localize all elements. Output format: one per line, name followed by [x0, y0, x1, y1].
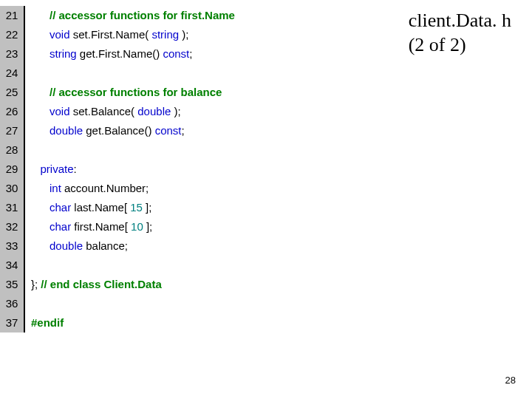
code-token: first.Name[	[71, 220, 131, 233]
code-token: string	[151, 28, 179, 41]
line-number: 26	[0, 102, 25, 121]
code-content: string get.First.Name() const;	[25, 44, 192, 64]
code-token: 15	[130, 201, 143, 214]
code-token: // accessor functions for first.Name	[50, 9, 235, 21]
title-line-1: client.Data. h	[409, 9, 511, 33]
code-token: double	[137, 105, 171, 117]
code-token: get.Balance()	[83, 124, 155, 137]
line-number: 34	[0, 256, 25, 275]
code-token: private	[41, 163, 74, 175]
line-number: 32	[0, 217, 25, 236]
code-content: double get.Balance() const;	[25, 121, 185, 140]
line-number: 27	[0, 121, 25, 140]
code-token: void	[50, 105, 70, 117]
code-token: 10	[131, 220, 143, 233]
code-token: };	[31, 278, 41, 290]
line-number: 30	[0, 179, 25, 198]
code-token: string	[50, 47, 77, 60]
code-token: set.First.Name(	[70, 28, 152, 41]
code-content: void set.First.Name( string );	[25, 25, 188, 44]
code-line: 25 // accessor functions for balance	[0, 83, 235, 102]
code-line: 31 char last.Name[ 15 ];	[0, 198, 235, 217]
line-number: 37	[0, 313, 25, 332]
code-token: account.Number;	[61, 182, 149, 194]
line-number: 24	[0, 64, 25, 83]
code-line: 22 void set.First.Name( string );	[0, 25, 235, 44]
code-line: 21 // accessor functions for first.Name	[0, 6, 235, 25]
code-line: 35}; // end class Client.Data	[0, 275, 235, 294]
slide: client.Data. h (2 of 2) 21 // accessor f…	[0, 0, 532, 399]
code-line: 27 double get.Balance() const;	[0, 121, 235, 140]
line-number: 21	[0, 6, 25, 25]
line-number: 28	[0, 140, 25, 160]
line-number: 23	[0, 44, 25, 64]
code-content: }; // end class Client.Data	[25, 275, 162, 294]
code-token: ;	[181, 124, 184, 137]
code-token: double	[50, 239, 83, 252]
code-token: char	[50, 201, 71, 214]
page-number: 28	[505, 375, 516, 386]
code-token: const	[163, 47, 189, 60]
code-token: get.First.Name()	[77, 47, 163, 60]
code-token: void	[50, 28, 70, 41]
code-token: ];	[143, 220, 153, 233]
code-content: int account.Number;	[25, 179, 149, 198]
code-token: ;	[189, 47, 192, 60]
code-line: 37#endif	[0, 313, 235, 332]
code-line: 24	[0, 64, 235, 83]
title-line-2: (2 of 2)	[409, 33, 511, 58]
code-token: );	[171, 105, 180, 117]
code-line: 34	[0, 256, 235, 275]
line-number: 25	[0, 83, 25, 102]
line-number: 31	[0, 198, 25, 217]
code-token: balance;	[83, 239, 128, 252]
code-content: char last.Name[ 15 ];	[25, 198, 151, 217]
code-content: double balance;	[25, 236, 128, 256]
code-listing: 21 // accessor functions for first.Name2…	[0, 6, 235, 332]
code-token: char	[50, 220, 71, 233]
code-token: double	[50, 124, 83, 137]
code-content: // accessor functions for balance	[25, 83, 222, 102]
code-line: 36	[0, 294, 235, 313]
code-token: last.Name[	[71, 201, 130, 214]
code-content: // accessor functions for first.Name	[25, 6, 235, 25]
line-number: 36	[0, 294, 25, 313]
code-token: );	[179, 28, 188, 41]
code-line: 29 private:	[0, 160, 235, 179]
line-number: 33	[0, 236, 25, 256]
line-number: 29	[0, 160, 25, 179]
code-token: #endif	[31, 316, 64, 329]
code-token: :	[74, 163, 77, 175]
code-token: int	[50, 182, 61, 194]
line-number: 22	[0, 25, 25, 44]
code-line: 33 double balance;	[0, 236, 235, 256]
code-token: // accessor functions for balance	[50, 86, 222, 98]
code-line: 28	[0, 140, 235, 160]
code-content: #endif	[25, 313, 64, 332]
code-token: ];	[143, 201, 152, 214]
code-line: 32 char first.Name[ 10 ];	[0, 217, 235, 236]
code-content: char first.Name[ 10 ];	[25, 217, 152, 236]
code-token: const	[155, 124, 182, 137]
code-line: 30 int account.Number;	[0, 179, 235, 198]
code-line: 26 void set.Balance( double );	[0, 102, 235, 121]
code-line: 23 string get.First.Name() const;	[0, 44, 235, 64]
line-number: 35	[0, 275, 25, 294]
code-token: // end class Client.Data	[41, 278, 161, 290]
code-content: void set.Balance( double );	[25, 102, 181, 121]
code-content: private:	[25, 160, 77, 179]
code-token: set.Balance(	[70, 105, 138, 117]
slide-title: client.Data. h (2 of 2)	[409, 9, 511, 57]
